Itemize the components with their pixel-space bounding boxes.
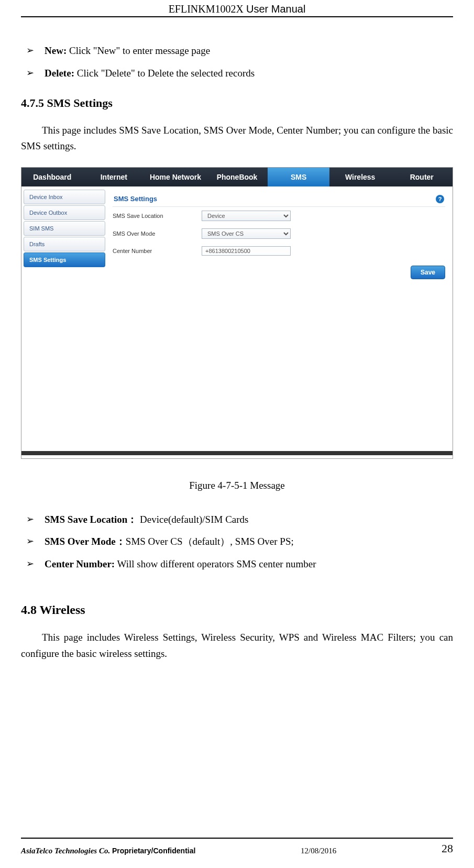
bullet-label: Delete: (45, 68, 74, 79)
select-save-location[interactable]: Device (202, 211, 291, 221)
figure-caption: Figure 4-7-5-1 Message (21, 480, 453, 491)
input-center-number[interactable] (202, 246, 291, 256)
select-over-mode[interactable]: SMS Over CS (202, 228, 291, 239)
footer-page-number: 28 (442, 842, 453, 855)
page-footer: AsiaTelco Technologies Co. Proprietary/C… (21, 838, 453, 855)
bullet-item: ➢ Delete: Click "Delete" to Delete the s… (26, 66, 453, 81)
panel-title-row: SMS Settings ? (113, 192, 445, 207)
panel-title-text: SMS Settings (114, 195, 157, 203)
screenshot-bottom-bar (21, 451, 453, 455)
bullet-label: SMS Over Mode： (45, 536, 126, 547)
save-button[interactable]: Save (411, 266, 445, 279)
bullet-item: ➢ Center Number: Will show different ope… (26, 557, 453, 572)
section-heading-48: 4.8 Wireless (21, 603, 453, 617)
sidebar-item-drafts[interactable]: Drafts (24, 237, 105, 251)
nav-internet[interactable]: Internet (83, 168, 145, 186)
sidebar-item-sim-sms[interactable]: SIM SMS (24, 221, 105, 236)
bullet-desc: Click "New" to enter message page (67, 45, 210, 56)
triangle-bullet-icon: ➢ (26, 66, 34, 80)
header-title-suffix: User Manual (246, 3, 305, 15)
footer-date: 12/08/2016 (301, 847, 336, 855)
label-over-mode: SMS Over Mode (113, 230, 202, 237)
bullet-item: ➢ New: Click "New" to enter message page (26, 43, 453, 59)
bullet-desc: Device(default)/SIM Cards (137, 514, 248, 525)
nav-phonebook[interactable]: PhoneBook (206, 168, 268, 186)
row-center-number: Center Number (113, 243, 445, 259)
nav-dashboard[interactable]: Dashboard (21, 168, 83, 186)
help-icon[interactable]: ? (436, 195, 444, 203)
section-475-paragraph: This page includes SMS Save Location, SM… (21, 123, 453, 155)
bullet-list-top: ➢ New: Click "New" to enter message page… (21, 43, 453, 81)
row-save-location: SMS Save Location Device (113, 207, 445, 225)
row-over-mode: SMS Over Mode SMS Over CS (113, 225, 445, 243)
section-48-paragraph: This page includes Wireless Settings, Wi… (21, 630, 453, 662)
bullet-desc: Will show different operators SMS center… (115, 558, 316, 569)
triangle-bullet-icon: ➢ (26, 534, 34, 548)
footer-company-block: AsiaTelco Technologies Co. Proprietary/C… (21, 847, 195, 855)
sidebar-item-device-outbox[interactable]: Device Outbox (24, 205, 105, 220)
embedded-screenshot: Dashboard Internet Home Network PhoneBoo… (21, 167, 453, 459)
bullet-desc: SMS Over CS（default）, SMS Over PS; (126, 536, 294, 547)
nav-router[interactable]: Router (391, 168, 453, 186)
nav-home-network[interactable]: Home Network (145, 168, 206, 186)
nav-wireless[interactable]: Wireless (329, 168, 391, 186)
settings-panel: SMS Settings ? SMS Save Location Device … (105, 186, 453, 367)
triangle-bullet-icon: ➢ (26, 512, 34, 526)
bullet-desc: Click "Delete" to Delete the selected re… (74, 68, 255, 79)
sidebar: Device Inbox Device Outbox SIM SMS Draft… (21, 186, 105, 367)
header-title-prefix: EFLINKM1002X (169, 3, 246, 15)
bullet-label: New: (45, 45, 67, 56)
nav-sms[interactable]: SMS (268, 168, 329, 186)
page-header: EFLINKM1002X User Manual (21, 0, 453, 17)
label-center-number: Center Number (113, 248, 202, 254)
bullet-label: Center Number: (45, 558, 115, 569)
sidebar-item-device-inbox[interactable]: Device Inbox (24, 190, 105, 204)
triangle-bullet-icon: ➢ (26, 557, 34, 571)
top-nav: Dashboard Internet Home Network PhoneBoo… (21, 168, 453, 186)
section-heading-475: 4.7.5 SMS Settings (21, 96, 453, 110)
bullet-list-bottom: ➢ SMS Save Location： Device(default)/SIM… (21, 512, 453, 572)
footer-company: AsiaTelco Technologies Co. (21, 847, 112, 855)
bullet-label: SMS Save Location： (45, 514, 137, 525)
footer-confidential: Proprietary/Confidential (112, 847, 195, 855)
triangle-bullet-icon: ➢ (26, 43, 34, 58)
label-save-location: SMS Save Location (113, 213, 202, 219)
bullet-item: ➢ SMS Save Location： Device(default)/SIM… (26, 512, 453, 528)
sidebar-item-sms-settings[interactable]: SMS Settings (24, 252, 105, 267)
bullet-item: ➢ SMS Over Mode：SMS Over CS（default）, SM… (26, 534, 453, 550)
